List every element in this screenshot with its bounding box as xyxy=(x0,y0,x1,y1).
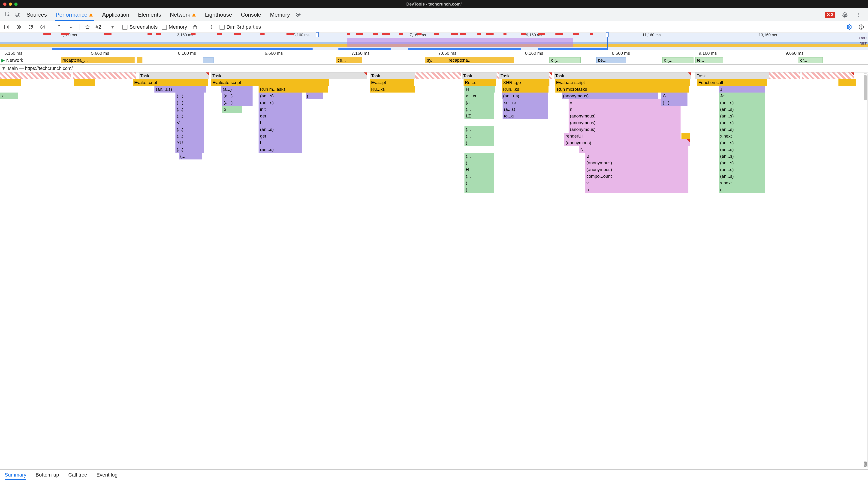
flame-frame[interactable]: Task xyxy=(370,72,415,79)
network-lane[interactable]: ▶Network recaptcha_...ce...sy.recaptcha.… xyxy=(0,56,868,65)
download-icon[interactable] xyxy=(67,23,75,31)
dim-3rd-parties-checkbox[interactable]: Dim 3rd parties xyxy=(220,24,261,30)
gc-icon[interactable] xyxy=(191,23,199,31)
flame-frame[interactable]: (... xyxy=(719,186,765,193)
more-options-icon[interactable] xyxy=(854,10,864,20)
flame-frame[interactable]: V... xyxy=(176,119,204,126)
flame-frame[interactable]: (a...) xyxy=(222,99,253,106)
reload-record-icon[interactable] xyxy=(27,23,35,31)
flame-frame[interactable]: get xyxy=(258,113,302,119)
flame-frame[interactable] xyxy=(73,72,136,79)
tab-console[interactable]: Console xyxy=(240,8,261,21)
flame-frame[interactable]: (anonymous) xyxy=(568,126,681,133)
flame-frame[interactable] xyxy=(838,79,856,86)
flame-frame[interactable]: Eva...pt xyxy=(370,79,414,86)
flame-frame[interactable]: (... xyxy=(464,153,494,159)
flame-frame[interactable]: n xyxy=(568,106,681,113)
network-request[interactable] xyxy=(203,57,214,63)
overview-viewport[interactable] xyxy=(317,33,608,50)
flame-frame[interactable]: (a...) xyxy=(222,93,253,99)
tab-memory[interactable]: Memory xyxy=(270,8,290,21)
flame-frame[interactable]: XHR...ge xyxy=(502,79,550,86)
flame-frame[interactable]: Evalu...cript xyxy=(133,79,208,86)
tab-performance[interactable]: Performance xyxy=(55,8,94,21)
network-request[interactable]: be... xyxy=(596,57,626,63)
detail-ruler[interactable]: 5,160 ms5,660 ms6,160 ms6,660 ms7,160 ms… xyxy=(0,50,868,56)
network-request[interactable]: ce... xyxy=(336,57,362,63)
clear-icon[interactable] xyxy=(39,23,46,31)
flame-frame[interactable]: compo...ount xyxy=(585,173,688,180)
flame-frame[interactable]: (an...s) xyxy=(719,99,765,106)
flame-frame[interactable]: (an...s) xyxy=(719,119,765,126)
flame-frame[interactable]: x.next xyxy=(719,133,765,139)
flame-frame[interactable]: (an...s) xyxy=(719,159,765,166)
capture-settings-icon[interactable] xyxy=(845,23,853,31)
flame-frame[interactable]: YU xyxy=(176,139,204,146)
screenshots-checkbox[interactable]: Screenshots xyxy=(122,24,157,30)
flame-frame[interactable]: (anonymous) xyxy=(585,159,688,166)
devtools-settings-icon[interactable] xyxy=(840,10,850,20)
flame-frame[interactable]: to...g xyxy=(502,113,548,119)
flame-frame[interactable]: (...) xyxy=(661,99,687,106)
flame-frame[interactable]: J xyxy=(719,86,765,93)
network-request[interactable] xyxy=(137,57,143,63)
overview-handle-right[interactable] xyxy=(606,32,609,37)
flame-frame[interactable]: Jc xyxy=(719,93,765,99)
overview-handle-left[interactable] xyxy=(316,32,318,37)
flame-frame[interactable]: (... xyxy=(464,139,494,146)
flame-frame[interactable]: (... xyxy=(464,180,494,186)
tab-application[interactable]: Application xyxy=(101,8,129,21)
flame-frame[interactable]: C xyxy=(661,93,687,99)
flame-frame[interactable]: (an...s) xyxy=(719,113,765,119)
errors-badge[interactable]: ✕2 xyxy=(825,12,835,18)
flame-frame[interactable]: o xyxy=(222,106,242,113)
network-request[interactable]: c (... xyxy=(550,57,581,63)
flame-frame[interactable]: Task xyxy=(211,72,367,79)
scrollbar-thumb[interactable] xyxy=(864,75,867,100)
flame-frame[interactable]: (an...s) xyxy=(719,126,765,133)
flame-frame[interactable]: (... xyxy=(464,106,494,113)
flame-frame[interactable] xyxy=(802,72,854,79)
overflow-tabs-icon[interactable] xyxy=(297,12,301,18)
flame-frame[interactable]: (... xyxy=(464,186,494,193)
flame-frame[interactable]: (an...s) xyxy=(719,173,765,180)
flame-frame[interactable]: (an...s) xyxy=(258,99,302,106)
flame-frame[interactable]: Task xyxy=(462,72,496,79)
flame-frame[interactable]: n xyxy=(585,186,688,193)
flame-frame[interactable]: (... xyxy=(464,173,494,180)
navigate-home-icon[interactable] xyxy=(84,23,91,31)
flame-frame[interactable]: B xyxy=(585,153,688,159)
flame-frame[interactable]: (... xyxy=(464,159,494,166)
main-thread-header[interactable]: ▼ Main — https://techcrunch.com/ xyxy=(0,65,868,72)
recording-select[interactable]: #2 ▾ xyxy=(96,24,114,30)
network-request[interactable]: cr... xyxy=(799,57,823,63)
memory-checkbox[interactable]: Memory xyxy=(162,24,187,30)
inspect-element-icon[interactable] xyxy=(2,10,12,20)
flame-frame[interactable]: H xyxy=(464,166,494,173)
flame-frame[interactable]: (an...s) xyxy=(719,139,765,146)
flame-frame[interactable]: Evaluate script xyxy=(555,79,690,86)
flame-frame[interactable]: get xyxy=(258,133,302,139)
bottom-tab-call-tree[interactable]: Call tree xyxy=(68,470,87,480)
network-request[interactable]: sy. xyxy=(425,57,447,63)
flame-frame[interactable]: (...) xyxy=(176,93,204,99)
flame-frame[interactable]: (...) xyxy=(176,99,204,106)
flame-frame[interactable]: (an...s) xyxy=(719,146,765,153)
flame-frame[interactable]: (a...) xyxy=(221,86,253,93)
flame-frame[interactable]: (an...s) xyxy=(258,126,302,133)
flame-frame[interactable]: (an...s) xyxy=(719,166,765,173)
tab-lighthouse[interactable]: Lighthouse xyxy=(205,8,232,21)
flame-frame[interactable]: renderUI xyxy=(564,133,681,139)
network-request[interactable]: recaptcha_... xyxy=(61,57,134,63)
flame-frame[interactable]: Evaluate script xyxy=(211,79,329,86)
flame-frame[interactable] xyxy=(74,79,95,86)
flame-frame[interactable]: Run...ks xyxy=(502,86,549,93)
flame-frame[interactable]: v xyxy=(585,180,688,186)
flame-frame[interactable]: (anonymous) xyxy=(585,166,688,173)
toggle-side-panel-icon[interactable] xyxy=(3,23,11,31)
flame-frame[interactable]: h xyxy=(258,139,302,146)
flame-chart[interactable]: TaskTaskTaskTaskTaskTaskTaskEvalu...crip… xyxy=(0,72,868,469)
flame-frame[interactable]: h xyxy=(258,119,302,126)
flame-frame[interactable]: (... xyxy=(179,153,203,159)
flame-frame[interactable]: (...) xyxy=(176,113,204,119)
